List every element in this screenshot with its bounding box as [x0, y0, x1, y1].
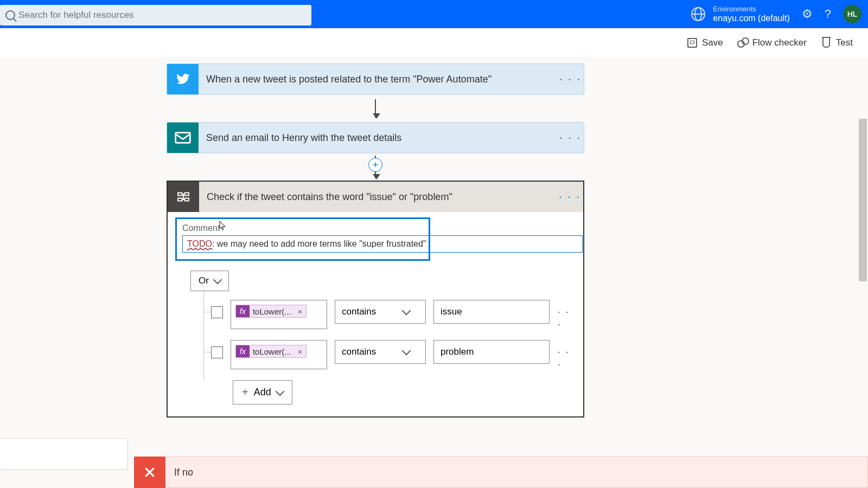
- chevron-down-icon: [213, 275, 222, 285]
- twitter-icon: [167, 64, 199, 94]
- connector-arrow: +: [167, 153, 584, 181]
- test-button[interactable]: Test: [821, 37, 853, 48]
- add-row-button[interactable]: + Add: [233, 380, 292, 404]
- row-checkbox[interactable]: [211, 306, 223, 318]
- step-menu[interactable]: · · ·: [557, 123, 584, 153]
- cursor-icon: [220, 221, 226, 231]
- operator-select[interactable]: contains: [335, 340, 426, 364]
- chevron-down-icon: [402, 346, 411, 356]
- add-step-button[interactable]: +: [368, 158, 382, 172]
- mail-icon: [167, 123, 199, 153]
- condition-step: Check if the tweet contains the word "is…: [167, 181, 584, 418]
- save-icon: [687, 37, 698, 48]
- environment-label: Environments: [713, 5, 789, 14]
- operator-select[interactable]: contains: [335, 300, 426, 324]
- close-icon: [134, 457, 165, 488]
- action-bar: Save Flow checker Test: [0, 28, 868, 58]
- comment-input[interactable]: TODO: we may need to add more terms like…: [182, 235, 583, 253]
- trigger-step[interactable]: When a new tweet is posted related to th…: [167, 63, 584, 95]
- remove-token-button[interactable]: ×: [295, 307, 306, 316]
- email-step[interactable]: Send an email to Henry with the tweet de…: [167, 122, 584, 153]
- global-search[interactable]: [0, 5, 311, 25]
- trigger-title: When a new tweet is posted related to th…: [199, 64, 557, 94]
- search-input[interactable]: [18, 10, 306, 21]
- help-icon[interactable]: ?: [825, 7, 831, 21]
- remove-token-button[interactable]: ×: [295, 347, 306, 356]
- connector-arrow: [167, 95, 584, 122]
- fx-icon: fx: [236, 345, 250, 357]
- environment-picker[interactable]: Environments enayu.com (default): [691, 5, 789, 23]
- row-menu[interactable]: · · ·: [557, 345, 576, 370]
- value-input[interactable]: [433, 300, 550, 324]
- row-menu[interactable]: · · ·: [557, 305, 576, 330]
- fx-icon: fx: [236, 305, 250, 317]
- flow-checker-icon: [737, 37, 748, 48]
- condition-row: fx toLower(... × contains · · ·: [197, 340, 576, 370]
- environment-name: enayu.com (default): [713, 14, 789, 23]
- svg-rect-0: [176, 133, 190, 143]
- flow-canvas[interactable]: When a new tweet is posted related to th…: [0, 58, 868, 488]
- comment-section: Comment TODO: we may need to add more te…: [175, 217, 430, 261]
- expression-field[interactable]: fx toLower(... ×: [231, 300, 327, 329]
- comment-label: Comment: [182, 221, 423, 233]
- step-menu[interactable]: · · ·: [557, 64, 584, 94]
- if-no-branch[interactable]: If no: [134, 457, 868, 488]
- condition-icon: [168, 182, 199, 212]
- condition-title: Check if the tweet contains the word "is…: [199, 182, 556, 212]
- condition-header[interactable]: Check if the tweet contains the word "is…: [168, 182, 583, 212]
- avatar[interactable]: HL: [843, 5, 861, 23]
- value-input[interactable]: [433, 340, 550, 364]
- globe-icon: [691, 7, 705, 21]
- if-no-label: If no: [165, 457, 868, 488]
- row-checkbox[interactable]: [211, 346, 223, 358]
- search-icon: [5, 10, 15, 20]
- chevron-down-icon: [402, 306, 411, 316]
- vertical-scrollbar[interactable]: [859, 119, 867, 281]
- plus-icon: +: [242, 386, 248, 399]
- chevron-down-icon: [275, 387, 284, 396]
- save-button[interactable]: Save: [687, 37, 723, 48]
- settings-icon[interactable]: ⚙: [802, 7, 813, 21]
- email-title: Send an email to Henry with the tweet de…: [199, 123, 557, 153]
- group-operator-select[interactable]: Or: [190, 271, 229, 291]
- if-yes-branch-partial[interactable]: [0, 438, 127, 470]
- step-menu[interactable]: · · ·: [556, 182, 583, 212]
- fx-token[interactable]: fx toLower(... ×: [235, 305, 307, 318]
- fx-token[interactable]: fx toLower(... ×: [235, 345, 307, 358]
- flow-checker-button[interactable]: Flow checker: [737, 37, 807, 48]
- flask-icon: [821, 37, 832, 48]
- expression-field[interactable]: fx toLower(... ×: [231, 340, 327, 369]
- condition-row: fx toLower(... × contains · · ·: [197, 300, 576, 330]
